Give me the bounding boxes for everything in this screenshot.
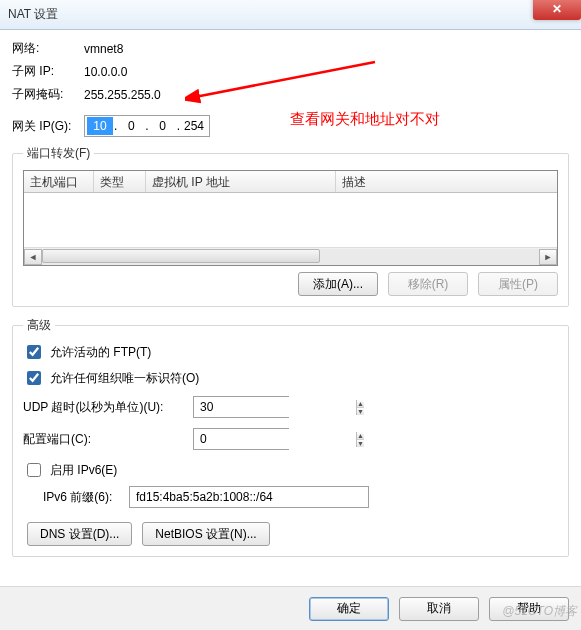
subnet-ip-value: 10.0.0.0	[84, 65, 127, 79]
table-body-empty[interactable]	[24, 193, 557, 247]
scroll-thumb[interactable]	[42, 249, 320, 263]
port-forward-legend: 端口转发(F)	[23, 145, 94, 162]
port-forward-table[interactable]: 主机端口 类型 虚拟机 IP 地址 描述 ◄ ►	[23, 170, 558, 266]
gateway-octet-3[interactable]	[150, 117, 176, 135]
allow-ftp-checkbox[interactable]	[27, 345, 41, 359]
enable-ipv6-checkbox-row[interactable]: 启用 IPv6(E)	[23, 460, 558, 480]
udp-timeout-input[interactable]	[194, 397, 356, 417]
remove-button: 移除(R)	[388, 272, 468, 296]
scroll-left-button[interactable]: ◄	[24, 249, 42, 265]
close-icon: ✕	[552, 2, 562, 16]
subnet-mask-label: 子网掩码:	[12, 86, 84, 103]
add-button[interactable]: 添加(A)...	[298, 272, 378, 296]
dialog-content: 网络: vmnet8 子网 IP: 10.0.0.0 子网掩码: 255.255…	[0, 30, 581, 557]
config-port-input[interactable]	[194, 429, 356, 449]
horizontal-scrollbar[interactable]: ◄ ►	[24, 247, 557, 265]
scroll-right-button[interactable]: ►	[539, 249, 557, 265]
network-value: vmnet8	[84, 42, 123, 56]
dialog-footer: 确定 取消 帮助	[0, 586, 581, 630]
col-desc[interactable]: 描述	[336, 171, 557, 192]
netbios-settings-button[interactable]: NetBIOS 设置(N)...	[142, 522, 269, 546]
ok-button[interactable]: 确定	[309, 597, 389, 621]
allow-ftp-label: 允许活动的 FTP(T)	[50, 344, 151, 361]
allow-org-checkbox[interactable]	[27, 371, 41, 385]
network-label: 网络:	[12, 40, 84, 57]
gateway-octet-2[interactable]	[118, 117, 144, 135]
dns-settings-button[interactable]: DNS 设置(D)...	[27, 522, 132, 546]
watermark: @51CTO博客	[502, 603, 577, 620]
udp-timeout-stepper[interactable]: ▲▼	[193, 396, 289, 418]
spin-up-icon[interactable]: ▲	[357, 400, 364, 408]
window-title: NAT 设置	[8, 6, 58, 23]
allow-org-checkbox-row[interactable]: 允许任何组织唯一标识符(O)	[23, 368, 558, 388]
scroll-track[interactable]	[42, 249, 539, 265]
col-vm-ip[interactable]: 虚拟机 IP 地址	[146, 171, 336, 192]
spin-down-icon[interactable]: ▼	[357, 440, 364, 447]
spin-down-icon[interactable]: ▼	[357, 408, 364, 415]
close-button[interactable]: ✕	[533, 0, 581, 20]
allow-org-label: 允许任何组织唯一标识符(O)	[50, 370, 199, 387]
port-forward-group: 端口转发(F) 主机端口 类型 虚拟机 IP 地址 描述 ◄ ► 添加(A)..…	[12, 145, 569, 307]
cancel-button[interactable]: 取消	[399, 597, 479, 621]
gateway-ip-input[interactable]: . . .	[84, 115, 210, 137]
udp-timeout-label: UDP 超时(以秒为单位)(U):	[23, 399, 193, 416]
config-port-label: 配置端口(C):	[23, 431, 193, 448]
gateway-label: 网关 IP(G):	[12, 118, 84, 135]
advanced-group: 高级 允许活动的 FTP(T) 允许任何组织唯一标识符(O) UDP 超时(以秒…	[12, 317, 569, 557]
ipv6-prefix-label: IPv6 前缀(6):	[43, 489, 129, 506]
col-host-port[interactable]: 主机端口	[24, 171, 94, 192]
spin-up-icon[interactable]: ▲	[357, 432, 364, 440]
subnet-mask-value: 255.255.255.0	[84, 88, 161, 102]
col-type[interactable]: 类型	[94, 171, 146, 192]
enable-ipv6-checkbox[interactable]	[27, 463, 41, 477]
config-port-stepper[interactable]: ▲▼	[193, 428, 289, 450]
enable-ipv6-label: 启用 IPv6(E)	[50, 462, 117, 479]
subnet-ip-label: 子网 IP:	[12, 63, 84, 80]
ipv6-prefix-input[interactable]	[129, 486, 369, 508]
gateway-octet-1[interactable]	[87, 117, 113, 135]
table-header: 主机端口 类型 虚拟机 IP 地址 描述	[24, 171, 557, 193]
allow-ftp-checkbox-row[interactable]: 允许活动的 FTP(T)	[23, 342, 558, 362]
gateway-octet-4[interactable]	[181, 117, 207, 135]
title-bar: NAT 设置 ✕	[0, 0, 581, 30]
properties-button: 属性(P)	[478, 272, 558, 296]
advanced-legend: 高级	[23, 317, 55, 334]
